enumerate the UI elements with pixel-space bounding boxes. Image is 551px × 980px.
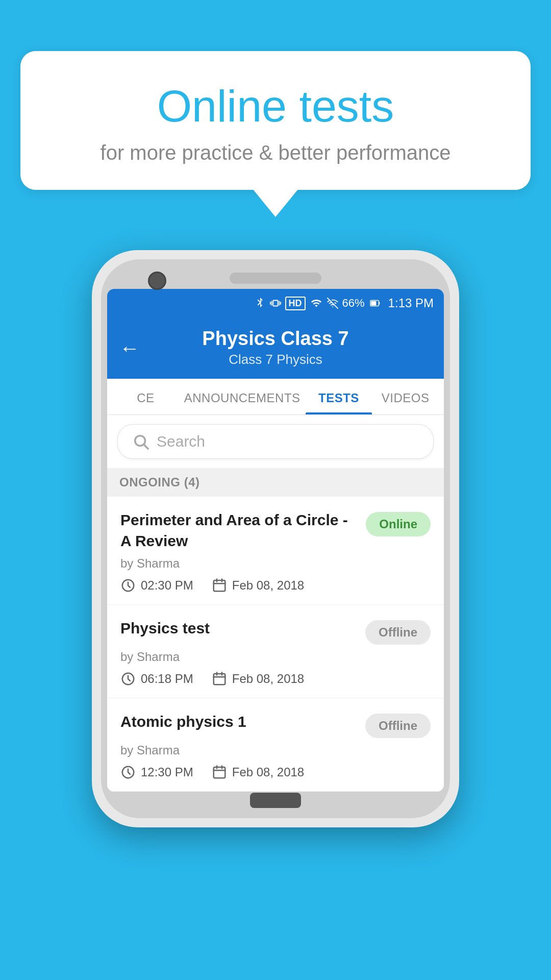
test-item[interactable]: Physics test Offline by Sharma 06:18 PM: [107, 605, 444, 698]
test-author: by Sharma: [120, 556, 431, 571]
screen: HD 66% 1:13 PM ← Physics Class 7: [107, 289, 444, 792]
test-meta: 02:30 PM Feb 08, 2018: [120, 578, 431, 593]
meta-time: 06:18 PM: [120, 671, 193, 687]
bubble-arrow: [253, 189, 298, 217]
test-date: Feb 08, 2018: [232, 672, 304, 686]
svg-rect-5: [213, 580, 225, 591]
tab-announcements[interactable]: ANNOUNCEMENTS: [179, 379, 306, 414]
bubble-subtitle: for more practice & better performance: [51, 141, 500, 164]
app-bar: ← Physics Class 7 Class 7 Physics: [107, 317, 444, 379]
clock-icon: [120, 578, 136, 593]
test-date: Feb 08, 2018: [232, 765, 304, 779]
signal-icon: [327, 298, 338, 309]
speech-bubble-wrapper: Online tests for more practice & better …: [20, 51, 531, 217]
status-time: 1:13 PM: [388, 296, 434, 310]
hd-badge: HD: [285, 297, 306, 310]
tab-tests[interactable]: TESTS: [306, 379, 372, 414]
clock-icon: [120, 765, 136, 780]
clock-icon: [120, 671, 136, 687]
phone-inner: HD 66% 1:13 PM ← Physics Class 7: [101, 259, 450, 818]
test-time: 12:30 PM: [141, 765, 193, 779]
svg-rect-1: [371, 301, 376, 305]
test-badge: Online: [366, 512, 431, 536]
svg-line-3: [144, 445, 148, 449]
phone-outer: HD 66% 1:13 PM ← Physics Class 7: [92, 250, 459, 827]
calendar-icon: [212, 765, 227, 780]
meta-time: 12:30 PM: [120, 765, 193, 780]
test-badge: Offline: [365, 714, 431, 738]
search-bar: Search: [107, 415, 444, 468]
section-header: ONGOING (4): [107, 468, 444, 497]
test-time: 02:30 PM: [141, 578, 193, 593]
bluetooth-icon: [255, 298, 266, 309]
tab-videos[interactable]: VIDEOS: [372, 379, 439, 414]
speech-bubble: Online tests for more practice & better …: [20, 51, 531, 190]
test-badge: Offline: [365, 620, 431, 645]
test-item[interactable]: Perimeter and Area of a Circle - A Revie…: [107, 497, 444, 605]
test-meta: 12:30 PM Feb 08, 2018: [120, 765, 431, 780]
meta-date: Feb 08, 2018: [212, 671, 304, 687]
speaker: [230, 273, 321, 284]
wifi-icon: [310, 298, 323, 309]
svg-rect-15: [213, 767, 225, 778]
test-time: 06:18 PM: [141, 672, 193, 686]
test-item-header: Perimeter and Area of a Circle - A Revie…: [120, 510, 431, 551]
battery-icon: [369, 298, 382, 309]
battery-percent: 66%: [342, 297, 365, 310]
calendar-icon: [212, 578, 227, 593]
test-title: Atomic physics 1: [120, 712, 355, 732]
test-title: Physics test: [120, 618, 355, 639]
tab-ce[interactable]: CE: [112, 379, 179, 414]
app-bar-title: Physics Class 7: [122, 328, 429, 350]
app-bar-subtitle: Class 7 Physics: [122, 352, 429, 368]
phone: HD 66% 1:13 PM ← Physics Class 7: [92, 250, 459, 827]
test-meta: 06:18 PM Feb 08, 2018: [120, 671, 431, 687]
camera: [148, 272, 166, 290]
status-icons: HD 66%: [255, 297, 382, 310]
test-item-header: Physics test Offline: [120, 618, 431, 645]
bubble-title: Online tests: [51, 82, 500, 131]
test-author: by Sharma: [120, 743, 431, 757]
status-bar: HD 66% 1:13 PM: [107, 289, 444, 317]
search-placeholder: Search: [157, 433, 205, 450]
back-button[interactable]: ←: [119, 337, 140, 360]
test-item-header: Atomic physics 1 Offline: [120, 712, 431, 738]
test-title: Perimeter and Area of a Circle - A Revie…: [120, 510, 356, 551]
test-date: Feb 08, 2018: [232, 578, 304, 593]
meta-time: 02:30 PM: [120, 578, 193, 593]
meta-date: Feb 08, 2018: [212, 578, 304, 593]
search-icon: [132, 433, 149, 450]
meta-date: Feb 08, 2018: [212, 765, 304, 780]
home-button[interactable]: [250, 793, 301, 808]
phone-top-details: [107, 265, 444, 289]
test-author: by Sharma: [120, 650, 431, 664]
search-input-wrapper[interactable]: Search: [117, 424, 434, 459]
test-item[interactable]: Atomic physics 1 Offline by Sharma 12:30…: [107, 698, 444, 792]
svg-rect-10: [213, 674, 225, 684]
vibrate-icon: [270, 298, 281, 309]
calendar-icon: [212, 671, 227, 687]
tabs: CE ANNOUNCEMENTS TESTS VIDEOS: [107, 379, 444, 415]
